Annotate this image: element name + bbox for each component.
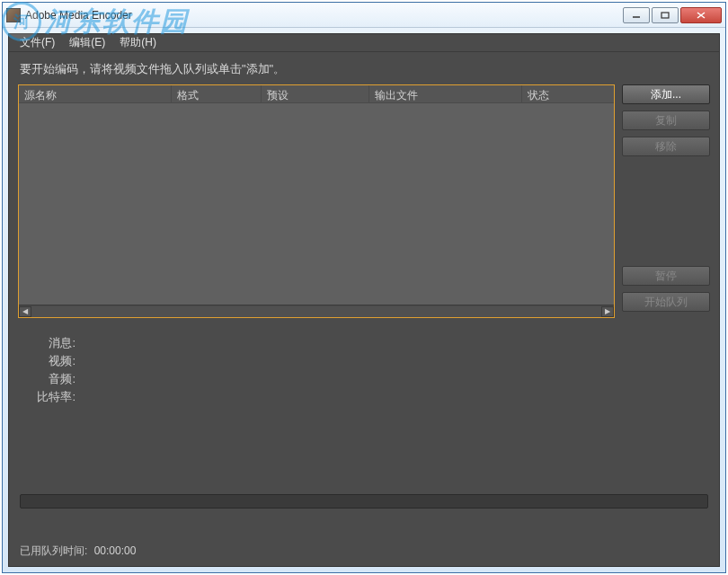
- scroll-track[interactable]: [31, 306, 601, 317]
- elapsed-label: 已用队列时间:: [20, 544, 87, 557]
- menu-help[interactable]: 帮助(H): [112, 33, 164, 52]
- info-audio-row: 音频:: [20, 370, 708, 388]
- col-header-status[interactable]: 状态: [522, 85, 614, 102]
- remove-button[interactable]: 移除: [622, 137, 710, 156]
- menu-file[interactable]: 文件(F): [13, 33, 62, 52]
- maximize-icon: [661, 12, 670, 19]
- menu-edit[interactable]: 编辑(E): [62, 33, 112, 52]
- info-bitrate-row: 比特率:: [20, 388, 708, 406]
- start-queue-button[interactable]: 开始队列: [622, 292, 710, 312]
- queue-body[interactable]: [19, 103, 614, 305]
- scroll-right-arrow[interactable]: ▶: [601, 306, 614, 317]
- info-video-row: 视频:: [20, 352, 708, 370]
- queue-panel: 源名称 格式 预设 输出文件 状态 ◀ ▶: [18, 84, 615, 318]
- progress-wrap: [20, 494, 708, 509]
- info-panel: 消息: 视频: 音频: 比特率:: [9, 318, 719, 413]
- svg-rect-1: [661, 13, 669, 18]
- progress-bar: [20, 494, 708, 509]
- add-button[interactable]: 添加...: [622, 84, 710, 104]
- col-header-preset[interactable]: 预设: [262, 85, 369, 102]
- info-message-label: 消息:: [20, 334, 75, 352]
- info-audio-label: 音频:: [20, 370, 75, 388]
- info-message-row: 消息:: [20, 334, 708, 352]
- close-button[interactable]: [680, 7, 722, 23]
- maximize-button[interactable]: [652, 7, 679, 23]
- queue-header: 源名称 格式 预设 输出文件 状态: [19, 85, 614, 103]
- window-title: Adobe Media Encoder: [25, 9, 623, 22]
- minimize-button[interactable]: [623, 7, 650, 23]
- menubar: 文件(F) 编辑(E) 帮助(H): [9, 34, 719, 52]
- app-body: 文件(F) 编辑(E) 帮助(H) 要开始编码，请将视频文件拖入队列或单击"添加…: [8, 33, 720, 567]
- footer: 已用队列时间: 00:00:00: [9, 535, 719, 566]
- duplicate-button[interactable]: 复制: [622, 111, 710, 130]
- titlebar: Adobe Media Encoder: [3, 3, 725, 28]
- minimize-icon: [632, 12, 641, 19]
- window-controls: [623, 7, 722, 23]
- instruction-text: 要开始编码，请将视频文件拖入队列或单击"添加"。: [9, 52, 719, 84]
- app-window: Adobe Media Encoder 文件(F) 编辑(E) 帮助(H) 要开…: [2, 2, 726, 573]
- col-header-format[interactable]: 格式: [172, 85, 262, 102]
- info-bitrate-label: 比特率:: [20, 388, 75, 406]
- main-row: 源名称 格式 预设 输出文件 状态 ◀ ▶ 添加... 复制 移除 暂停: [9, 84, 719, 318]
- elapsed-value: 00:00:00: [94, 544, 137, 557]
- close-icon: [697, 12, 706, 19]
- col-header-source[interactable]: 源名称: [19, 85, 172, 102]
- col-header-output[interactable]: 输出文件: [369, 85, 522, 102]
- app-icon: [6, 8, 21, 22]
- side-buttons: 添加... 复制 移除 暂停 开始队列: [622, 84, 710, 318]
- pause-button[interactable]: 暂停: [622, 266, 710, 286]
- scroll-left-arrow[interactable]: ◀: [19, 306, 31, 317]
- horizontal-scrollbar[interactable]: ◀ ▶: [19, 305, 614, 317]
- info-video-label: 视频:: [20, 352, 75, 370]
- spacer: [622, 163, 710, 266]
